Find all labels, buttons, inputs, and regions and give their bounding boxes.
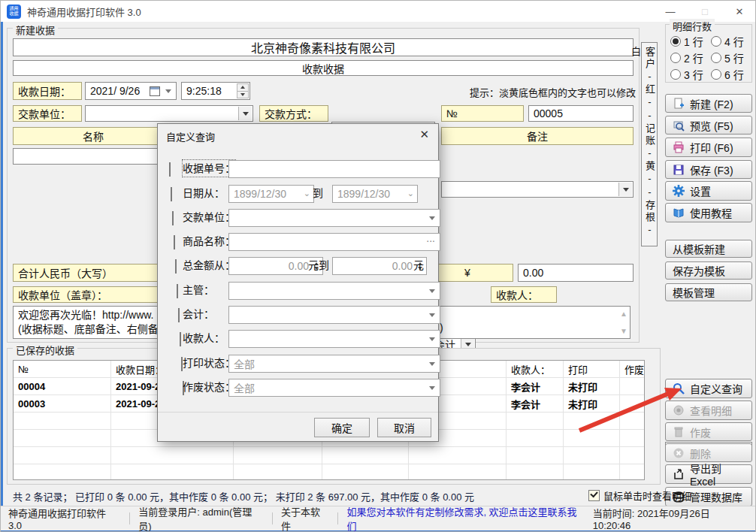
payee-label[interactable]: 收款人： bbox=[491, 286, 557, 303]
receipt-no-checkbox[interactable] bbox=[169, 162, 171, 177]
export-icon bbox=[673, 468, 685, 480]
company-field[interactable]: 北京神奇像素科技有限公司 bbox=[13, 38, 634, 56]
close-button[interactable]: ✕ bbox=[722, 1, 756, 22]
radio-1-row[interactable]: 1 行 bbox=[670, 34, 703, 49]
date-value: 2021/ 9/26 bbox=[90, 85, 140, 97]
query-manager-checkbox[interactable] bbox=[177, 284, 178, 298]
hint-text: 提示：淡黄底色框内的文字也可以修改 bbox=[369, 85, 636, 99]
radio-icon bbox=[711, 53, 721, 63]
about-link[interactable]: 关于本软件 bbox=[281, 504, 329, 532]
date-label[interactable]: 收款日期： bbox=[13, 82, 82, 100]
query-accountant-checkbox[interactable] bbox=[178, 308, 180, 322]
ok-button[interactable]: 确定 bbox=[314, 418, 370, 437]
dropdown-icon[interactable] bbox=[426, 331, 438, 347]
payer-label[interactable]: 交款单位： bbox=[13, 105, 82, 122]
time-value: 9:25:18 bbox=[186, 85, 222, 97]
radio-4-row[interactable]: 4 行 bbox=[711, 34, 744, 49]
status-current-user: 当前登录用户: admin(管理员) bbox=[138, 504, 264, 532]
dropdown-icon[interactable] bbox=[426, 379, 438, 396]
custom-query-button[interactable]: 自定义查询 bbox=[665, 379, 752, 398]
dropdown-icon[interactable] bbox=[426, 355, 438, 372]
tutorial-button[interactable]: 使用教程 bbox=[665, 203, 752, 222]
radio-6-row[interactable]: 6 行 bbox=[711, 67, 744, 82]
contact-link[interactable]: 如果您对本软件有定制修改需求, 欢迎点击这里联系我们 bbox=[346, 504, 584, 532]
query-payer-combo[interactable] bbox=[228, 209, 440, 227]
date-picker[interactable]: 2021/ 9/26 bbox=[85, 82, 177, 100]
query-date-from-select[interactable]: 1899/12/30⌄ bbox=[228, 185, 314, 203]
book-icon bbox=[673, 207, 685, 219]
remark-column-header: 备注 bbox=[441, 127, 634, 145]
query-date-from-label: 日期从： bbox=[183, 185, 225, 201]
query-manager-combo[interactable] bbox=[228, 282, 440, 300]
print-button[interactable]: 打印 (F6) bbox=[665, 138, 752, 157]
query-accountant-combo[interactable] bbox=[228, 306, 440, 324]
custom-query-dialog: 自定义查询 ✕ 收据单号： 日期从： 1899/12/30⌄ 到 1899/12… bbox=[157, 123, 439, 442]
radio-5-row[interactable]: 5 行 bbox=[711, 50, 744, 65]
query-payee-checkbox[interactable] bbox=[180, 332, 181, 346]
ellipsis-button[interactable]: ... bbox=[426, 232, 435, 244]
delete-button: 删除 bbox=[665, 443, 752, 462]
method-label[interactable]: 交款方式： bbox=[259, 105, 328, 122]
dropdown-icon[interactable] bbox=[426, 210, 438, 226]
radio-2-row[interactable]: 2 行 bbox=[670, 50, 703, 65]
dialog-title: 自定义查询 bbox=[166, 129, 215, 144]
query-payer-checkbox[interactable] bbox=[172, 211, 174, 225]
template-manage-button[interactable]: 模板管理 bbox=[665, 283, 752, 301]
title-bar: 通用 收据 神奇通用收据打印软件 3.0 — □ ✕ bbox=[1, 1, 756, 22]
table-row-empty bbox=[14, 447, 644, 464]
new-button[interactable]: 新建 (F2) bbox=[665, 94, 752, 113]
settings-button[interactable]: 设置 bbox=[665, 181, 752, 201]
radio-icon bbox=[670, 69, 681, 80]
scroll-up-icon[interactable]: ▲ bbox=[620, 310, 627, 318]
date-range-checkbox[interactable] bbox=[171, 187, 172, 201]
query-product-checkbox[interactable] bbox=[174, 235, 175, 249]
scroll-down-icon[interactable]: ▼ bbox=[620, 327, 627, 335]
dropdown-icon[interactable] bbox=[426, 283, 438, 299]
query-void-status-combo[interactable]: 全部 bbox=[228, 379, 440, 397]
query-amount-from-label: 总金额从： bbox=[183, 257, 235, 274]
query-print-status-combo[interactable]: 全部 bbox=[228, 355, 440, 373]
window-title: 神奇通用收据打印软件 3.0 bbox=[27, 5, 141, 19]
detail-on-click-toggle[interactable]: 鼠标单击时查看明细 bbox=[588, 488, 691, 503]
from-template-button[interactable]: 从模板新建 bbox=[665, 240, 752, 258]
void-button: 作废 bbox=[665, 422, 752, 441]
dialog-close-icon[interactable]: ✕ bbox=[419, 128, 429, 141]
query-receipt-no-input[interactable] bbox=[228, 160, 440, 178]
cancel-button[interactable]: 取消 bbox=[377, 418, 431, 437]
query-product-input[interactable]: ... bbox=[228, 233, 440, 251]
payer-dropdown-icon[interactable] bbox=[238, 107, 252, 120]
status-separator bbox=[337, 512, 338, 524]
payer-combo[interactable] bbox=[85, 105, 253, 122]
query-void-status-label: 作废状态： bbox=[183, 379, 235, 395]
status-separator bbox=[129, 512, 130, 524]
receipt-title-field[interactable]: 收款收据 bbox=[13, 60, 634, 76]
receipt-no-label[interactable]: № bbox=[441, 105, 524, 122]
status-current-time: 当前时间: 2021年09月26日 10:20:46 bbox=[593, 506, 749, 531]
delete-icon bbox=[673, 447, 685, 459]
save-as-template-button[interactable]: 保存为模板 bbox=[665, 261, 752, 280]
gear-icon bbox=[673, 185, 685, 197]
radio-3-row[interactable]: 3 行 bbox=[670, 67, 703, 82]
query-amount-mid-word: 元到 bbox=[308, 257, 329, 274]
status-app-name: 神奇通用收据打印软件 3.0 bbox=[8, 506, 121, 531]
receipt-no-field[interactable]: 00005 bbox=[528, 105, 634, 122]
query-amount-checkbox[interactable] bbox=[175, 259, 177, 274]
preview-button[interactable]: 预览 (F5) bbox=[665, 116, 752, 135]
query-print-status-label: 打印状态： bbox=[183, 355, 235, 371]
query-date-to-select[interactable]: 1899/12/30⌄ bbox=[332, 185, 418, 203]
remark-dropdown-icon[interactable] bbox=[618, 183, 632, 196]
dropdown-icon[interactable] bbox=[426, 307, 438, 323]
query-manager-label: 主管： bbox=[183, 282, 214, 298]
query-payer-label: 交款单位： bbox=[183, 209, 235, 225]
time-spinner[interactable] bbox=[237, 83, 249, 98]
view-detail-button: 查看明细 bbox=[665, 401, 752, 420]
amount-field[interactable]: 0.00 bbox=[518, 264, 634, 282]
save-button[interactable]: 保存 (F3) bbox=[665, 160, 752, 179]
date-dropdown-icon[interactable] bbox=[162, 83, 174, 99]
time-field[interactable]: 9:25:18 bbox=[181, 82, 250, 100]
remark-combo[interactable] bbox=[441, 181, 634, 198]
radio-icon bbox=[711, 69, 721, 80]
query-accountant-label: 会计： bbox=[183, 306, 214, 322]
export-excel-button[interactable]: 导出到Excel bbox=[665, 464, 752, 484]
query-payee-combo[interactable] bbox=[228, 330, 440, 348]
